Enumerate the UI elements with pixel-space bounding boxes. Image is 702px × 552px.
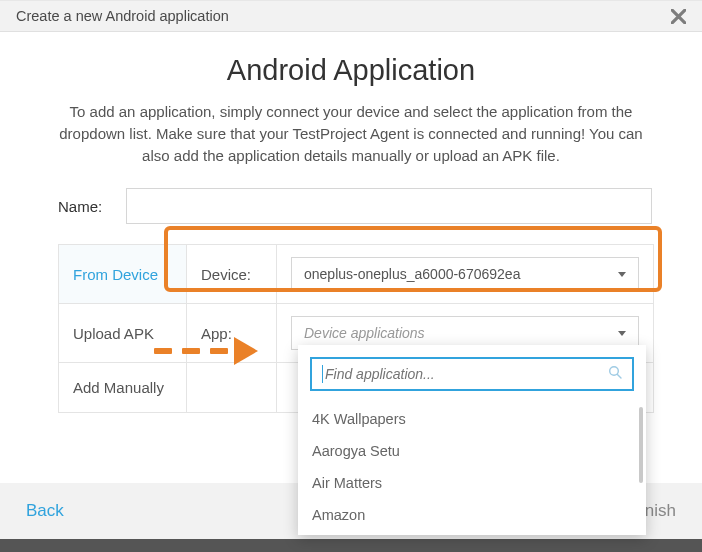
name-input[interactable] <box>126 188 652 224</box>
chevron-down-icon <box>618 272 626 277</box>
app-search-box[interactable] <box>310 357 634 391</box>
device-select[interactable]: oneplus-oneplus_a6000-670692ea <box>291 257 639 291</box>
app-option[interactable]: Aarogya Setu <box>298 435 646 467</box>
app-select-placeholder: Device applications <box>304 325 425 341</box>
app-dropdown: 4K Wallpapers Aarogya Setu Air Matters A… <box>298 345 646 535</box>
backdrop-strip <box>0 539 702 552</box>
app-label-cell: App: <box>187 304 277 363</box>
app-option[interactable]: Air Matters <box>298 467 646 499</box>
chevron-down-icon <box>618 331 626 336</box>
dialog-header: Create a new Android application <box>0 0 702 32</box>
app-dropdown-list: 4K Wallpapers Aarogya Setu Air Matters A… <box>298 403 646 531</box>
name-label: Name: <box>58 198 126 215</box>
tab-from-device[interactable]: From Device <box>59 245 187 304</box>
app-option[interactable]: 4K Wallpapers <box>298 403 646 435</box>
svg-line-1 <box>617 374 621 378</box>
search-icon[interactable] <box>608 365 622 383</box>
tab-add-manually[interactable]: Add Manually <box>59 363 187 413</box>
device-label-cell: Device: <box>187 245 277 304</box>
back-button[interactable]: Back <box>26 501 64 521</box>
tab-upload-apk[interactable]: Upload APK <box>59 304 187 363</box>
app-option[interactable]: Amazon <box>298 499 646 531</box>
dialog-title: Create a new Android application <box>16 8 229 24</box>
empty-cell <box>187 363 277 413</box>
device-field-cell: oneplus-oneplus_a6000-670692ea <box>277 245 653 304</box>
page-description: To add an application, simply connect yo… <box>58 101 644 166</box>
text-cursor <box>322 365 323 383</box>
name-row: Name: <box>58 188 654 224</box>
scrollbar-thumb[interactable] <box>639 407 643 483</box>
device-select-value: oneplus-oneplus_a6000-670692ea <box>304 266 520 282</box>
page-title: Android Application <box>48 54 654 87</box>
app-search-input[interactable] <box>325 366 608 382</box>
close-icon[interactable] <box>671 9 686 24</box>
